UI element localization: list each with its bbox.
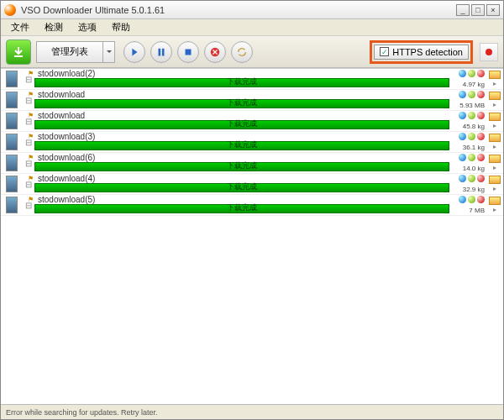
play-icon: [129, 46, 140, 58]
flag-icon: ⚑: [28, 175, 34, 182]
remove-row-icon[interactable]: [477, 175, 485, 182]
convert-icon: [236, 46, 248, 58]
folder-icon[interactable]: [489, 92, 501, 100]
info-icon[interactable]: [459, 70, 466, 77]
info-icon[interactable]: [459, 133, 466, 140]
play-row-icon[interactable]: [468, 112, 475, 119]
thumbnail: [1, 69, 23, 89]
row-side: ▸: [486, 69, 503, 89]
more-icon[interactable]: ▸: [493, 122, 496, 129]
download-row[interactable]: ⊟⚑stodownload下载完成45.8 kg▸: [1, 111, 503, 132]
title-bar: VSO Downloader Ultimate 5.0.1.61 _ □ ×: [1, 1, 503, 19]
pause-icon: [155, 46, 167, 58]
status-bar: Error while searching for updates. Retry…: [1, 404, 503, 419]
download-name: stodownload(2): [38, 69, 95, 78]
folder-icon[interactable]: [489, 197, 501, 205]
row-actions: 32.9 kg: [449, 174, 486, 194]
thumbnail: [1, 111, 23, 131]
manage-list-dropdown[interactable]: [103, 41, 115, 63]
remove-row-icon[interactable]: [477, 91, 485, 98]
more-icon[interactable]: ▸: [493, 164, 496, 171]
manage-list-button[interactable]: 管理列表: [36, 41, 103, 63]
play-row-icon[interactable]: [468, 196, 475, 203]
more-icon[interactable]: ▸: [493, 206, 496, 213]
convert-button[interactable]: [231, 41, 253, 63]
menu-help[interactable]: 帮助: [105, 19, 137, 35]
delete-button[interactable]: [204, 41, 226, 63]
chevron-down-icon: [106, 49, 113, 55]
info-icon[interactable]: [459, 112, 466, 119]
close-button[interactable]: ×: [486, 4, 500, 16]
thumbnail: [1, 174, 23, 194]
download-item: ⚑stodownload下载完成: [34, 111, 449, 131]
file-size: 45.8 kg: [463, 123, 485, 130]
more-icon[interactable]: ▸: [493, 143, 496, 150]
flag-icon: ⚑: [28, 133, 34, 140]
remove-row-icon[interactable]: [477, 133, 485, 140]
thumbnail: [1, 132, 23, 152]
file-size: 14.0 kg: [463, 165, 485, 172]
file-size: 32.9 kg: [463, 186, 485, 193]
remove-row-icon[interactable]: [477, 154, 485, 161]
play-row-icon[interactable]: [468, 175, 475, 182]
info-icon[interactable]: [459, 154, 466, 161]
download-name: stodownload: [38, 111, 85, 120]
start-button[interactable]: [123, 41, 145, 63]
more-icon[interactable]: ▸: [493, 101, 496, 108]
record-icon: [486, 49, 492, 55]
play-row-icon[interactable]: [468, 70, 475, 77]
download-row[interactable]: ⊟⚑stodownload(3)下载完成36.1 kg▸: [1, 132, 503, 153]
info-icon[interactable]: [459, 91, 466, 98]
progress-status: 下载完成: [227, 118, 257, 129]
progress-status: 下载完成: [227, 97, 257, 108]
svg-rect-0: [186, 49, 192, 55]
record-button[interactable]: [480, 43, 498, 61]
download-name: stodownload: [38, 90, 85, 99]
more-icon[interactable]: ▸: [493, 185, 496, 192]
download-name: stodownload(6): [38, 153, 95, 162]
row-side: ▸: [486, 90, 503, 110]
flag-icon: ⚑: [28, 112, 34, 119]
play-row-icon[interactable]: [468, 154, 475, 161]
minimize-button[interactable]: _: [456, 4, 470, 16]
info-icon[interactable]: [459, 196, 466, 203]
folder-icon[interactable]: [489, 176, 501, 184]
folder-icon[interactable]: [489, 155, 501, 163]
menu-file[interactable]: 文件: [4, 19, 36, 35]
row-actions: 4.97 kg: [449, 69, 486, 89]
folder-icon[interactable]: [489, 134, 501, 142]
https-label: HTTPS detection: [392, 47, 463, 57]
row-side: ▸: [486, 111, 503, 131]
row-actions: 36.1 kg: [449, 132, 486, 152]
remove-row-icon[interactable]: [477, 112, 485, 119]
remove-row-icon[interactable]: [477, 70, 485, 77]
thumbnail: [1, 90, 23, 110]
more-icon[interactable]: ▸: [493, 80, 496, 87]
folder-icon[interactable]: [489, 113, 501, 121]
pause-button[interactable]: [150, 41, 172, 63]
stop-button[interactable]: [177, 41, 199, 63]
row-actions: 5.93 MB: [449, 90, 486, 110]
info-icon[interactable]: [459, 175, 466, 182]
download-item: ⚑stodownload(6)下载完成: [34, 153, 449, 173]
add-download-button[interactable]: [6, 39, 31, 65]
play-row-icon[interactable]: [468, 91, 475, 98]
download-list[interactable]: ⊟⚑stodownload(2)下载完成4.97 kg▸⊟⚑stodownloa…: [1, 68, 503, 404]
download-row[interactable]: ⊟⚑stodownload(4)下载完成32.9 kg▸: [1, 174, 503, 195]
menu-detect[interactable]: 检测: [38, 19, 70, 35]
download-row[interactable]: ⊟⚑stodownload(2)下载完成4.97 kg▸: [1, 69, 503, 90]
https-detection-toggle[interactable]: ✓ HTTPS detection: [374, 45, 469, 60]
download-row[interactable]: ⊟⚑stodownload(5)下载完成7 MB▸: [1, 195, 503, 216]
menu-options[interactable]: 选项: [71, 19, 103, 35]
row-actions: 14.0 kg: [449, 153, 486, 173]
download-item: ⚑stodownload下载完成: [34, 90, 449, 110]
folder-icon[interactable]: [489, 71, 501, 79]
remove-row-icon[interactable]: [477, 196, 485, 203]
download-item: ⚑stodownload(3)下载完成: [34, 132, 449, 152]
row-side: ▸: [486, 174, 503, 194]
play-row-icon[interactable]: [468, 133, 475, 140]
download-row[interactable]: ⊟⚑stodownload下载完成5.93 MB▸: [1, 90, 503, 111]
progress-status: 下载完成: [227, 160, 257, 171]
maximize-button[interactable]: □: [471, 4, 485, 16]
download-row[interactable]: ⊟⚑stodownload(6)下载完成14.0 kg▸: [1, 153, 503, 174]
